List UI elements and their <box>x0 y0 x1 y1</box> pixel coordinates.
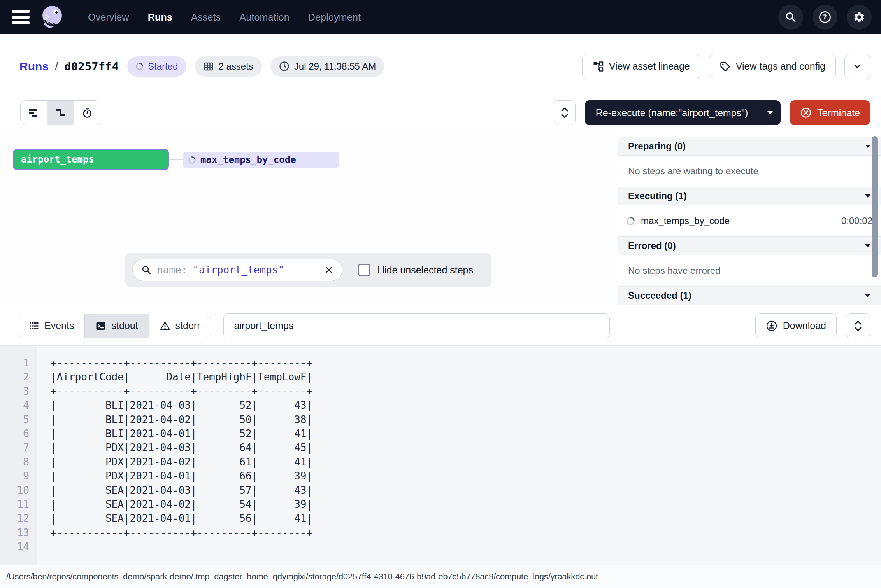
download-button[interactable]: Download <box>755 313 837 338</box>
reexecute-button[interactable]: Re-execute (name:"airport_temps") <box>585 100 759 125</box>
caret-down-icon <box>865 294 871 298</box>
step-node-airport-temps[interactable]: airport_temps <box>13 149 169 170</box>
nav-item-automation[interactable]: Automation <box>239 12 289 23</box>
breadcrumb-runs-link[interactable]: Runs <box>19 60 49 73</box>
run-toolbar: Re-execute (name:"airport_temps") Termin… <box>0 93 881 132</box>
hide-unselected-label: Hide unselected steps <box>377 264 473 276</box>
circle-x-icon <box>800 107 812 119</box>
status-badge: Started <box>127 56 186 77</box>
caret-down-icon <box>767 111 773 115</box>
log-line: | BLI|2021-04-01| 52| 41| <box>51 427 312 441</box>
log-file-path: /Users/ben/repos/components_demo/spark-d… <box>6 572 598 582</box>
log-line: | SEA|2021-04-03| 57| 43| <box>51 483 312 497</box>
nav-item-runs[interactable]: Runs <box>148 12 172 23</box>
help-button[interactable]: ? <box>813 5 837 30</box>
log-step-selector[interactable]: airport_temps <box>223 313 610 338</box>
nav-item-overview[interactable]: Overview <box>88 12 129 23</box>
list-icon <box>28 320 39 331</box>
view-waterfall-gantt-button[interactable] <box>47 101 74 125</box>
step-node-max-temps-by-code[interactable]: max_temps_by_code <box>183 152 339 168</box>
log-line: | SEA|2021-04-02| 54| 39| <box>51 497 312 511</box>
chevron-down-icon <box>852 61 862 72</box>
terminal-icon <box>95 320 106 331</box>
view-asset-lineage-button[interactable]: View asset lineage <box>582 54 700 79</box>
step-filter-input[interactable]: name: "airport_temps" <box>132 259 342 281</box>
log-line: | PDX|2021-04-01| 66| 39| <box>51 469 312 483</box>
log-line-number: 3 <box>0 384 29 398</box>
zoom-fit-button[interactable] <box>554 100 576 125</box>
run-header: Runs / d0257ff4 Started 2 assets Jul 29,… <box>0 34 881 93</box>
log-line: |AirportCode| Date|TempHighF|TempLowF| <box>51 370 312 384</box>
timestamp-badge: Jul 29, 11:38:55 AM <box>270 56 384 77</box>
primary-nav: Overview Runs Assets Automation Deployme… <box>88 12 361 23</box>
steps-status-panel: Preparing (0) No steps are waiting to ex… <box>618 132 881 306</box>
tab-stderr[interactable]: stderr <box>149 314 211 338</box>
section-executing-header[interactable]: Executing (1) <box>618 187 881 205</box>
hide-unselected-steps-control[interactable]: Hide unselected steps <box>358 264 473 276</box>
filter-term: "airport_temps" <box>193 264 284 276</box>
caret-down-icon <box>865 244 871 248</box>
log-line-number: 8 <box>0 455 29 469</box>
panel-scrollbar[interactable] <box>872 136 878 277</box>
nav-item-assets[interactable]: Assets <box>191 12 221 23</box>
graph-view-toggle <box>20 100 100 125</box>
app-root: Overview Runs Assets Automation Deployme… <box>0 0 881 588</box>
log-line: +-----------+----------+---------+------… <box>51 526 312 540</box>
help-icon: ? <box>818 10 832 24</box>
log-line-number: 14 <box>0 540 29 554</box>
dagster-logo-icon[interactable] <box>40 4 65 30</box>
log-line-number: 7 <box>0 441 29 455</box>
step-filter-bar: name: "airport_temps" Hide unselected st… <box>125 253 491 287</box>
gantt-graph-area: airport_temps max_temps_by_code name: "a… <box>0 132 881 306</box>
step-elapsed-time: 0:00:02 <box>841 215 872 226</box>
reexecute-split-button: Re-execute (name:"airport_temps") <box>585 100 781 125</box>
svg-text:?: ? <box>823 13 827 21</box>
expand-log-button[interactable] <box>846 313 870 338</box>
log-line: +-----------+----------+---------+------… <box>51 356 312 370</box>
waterfall-gantt-icon <box>55 107 66 118</box>
log-tabs: Events stdout stderr <box>18 314 211 338</box>
log-line-number: 10 <box>0 483 29 497</box>
caret-down-icon <box>865 144 871 148</box>
log-footer: /Users/ben/repos/components_demo/spark-d… <box>0 565 881 588</box>
settings-button[interactable] <box>847 5 872 30</box>
tab-stdout[interactable]: stdout <box>84 314 148 338</box>
hide-unselected-checkbox[interactable] <box>358 264 370 276</box>
hamburger-menu-button[interactable] <box>12 9 31 25</box>
chevrons-up-down-icon <box>560 107 569 119</box>
section-preparing-header[interactable]: Preparing (0) <box>618 137 881 156</box>
executing-step-row[interactable]: max_temps_by_code 0:00:02 <box>618 205 881 236</box>
section-succeeded-header[interactable]: Succeeded (1) <box>618 286 881 305</box>
tag-icon <box>720 61 730 72</box>
log-line-number: 4 <box>0 398 29 412</box>
assets-count-badge[interactable]: 2 assets <box>195 56 261 77</box>
step-name: max_temps_by_code <box>641 215 730 226</box>
view-timer-button[interactable] <box>74 101 100 125</box>
view-tags-config-button[interactable]: View tags and config <box>709 54 836 79</box>
log-line-number: 13 <box>0 526 29 540</box>
search-button[interactable] <box>778 5 803 30</box>
clock-icon <box>279 61 290 72</box>
log-line: | PDX|2021-04-02| 61| 41| <box>51 455 312 469</box>
view-flat-gantt-button[interactable] <box>21 101 47 125</box>
reexecute-options-button[interactable] <box>759 100 781 125</box>
gear-icon <box>853 11 865 23</box>
run-id: d0257ff4 <box>64 60 119 73</box>
caret-down-icon <box>865 194 871 198</box>
grid-icon <box>204 61 214 72</box>
terminate-button[interactable]: Terminate <box>790 100 870 125</box>
log-line-number: 6 <box>0 427 29 441</box>
tab-events[interactable]: Events <box>18 314 84 338</box>
spinner-icon <box>625 215 636 226</box>
search-icon <box>141 265 151 275</box>
nav-item-deployment[interactable]: Deployment <box>308 12 361 23</box>
log-line: | BLI|2021-04-02| 50| 38| <box>51 413 312 427</box>
section-errored-header[interactable]: Errored (0) <box>618 236 881 255</box>
log-line-number: 1 <box>0 356 29 370</box>
log-line-number: 2 <box>0 370 29 384</box>
clear-filter-button[interactable] <box>324 265 333 275</box>
stopwatch-icon <box>81 107 93 119</box>
log-line: +-----------+----------+---------+------… <box>51 384 312 398</box>
more-run-actions-button[interactable] <box>844 54 870 79</box>
search-icon <box>784 11 797 23</box>
